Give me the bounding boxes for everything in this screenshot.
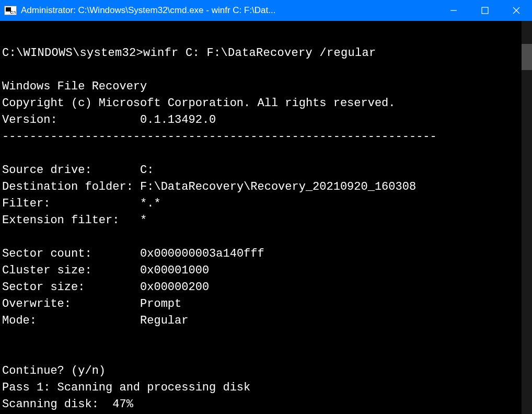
scrollbar-thumb[interactable] <box>522 44 532 70</box>
cluster-size-label: Cluster size: <box>2 264 92 277</box>
sector-count-label: Sector count: <box>2 247 92 260</box>
scan-percent: 47% <box>112 398 133 411</box>
minimize-icon <box>450 7 457 14</box>
sector-count-value: 0x000000003a140fff <box>140 247 264 260</box>
source-drive-label: Source drive: <box>2 164 92 177</box>
copyright-line: Copyright (c) Microsoft Corporation. All… <box>2 97 396 110</box>
app-name: Windows File Recovery <box>2 80 147 93</box>
window-titlebar: C:\ Administrator: C:\Windows\System32\c… <box>0 0 532 21</box>
maximize-button[interactable] <box>469 0 501 21</box>
dest-folder-value: F:\DataRecovery\Recovery_20210920_160308 <box>140 180 416 193</box>
cmd-app-icon: C:\ <box>4 6 17 15</box>
sector-size-value: 0x00000200 <box>140 281 209 294</box>
mode-label: Mode: <box>2 314 37 327</box>
sector-size-label: Sector size: <box>2 281 85 294</box>
minimize-button[interactable] <box>438 0 469 21</box>
close-icon <box>513 7 520 14</box>
window-title: Administrator: C:\Windows\System32\cmd.e… <box>21 5 275 16</box>
maximize-icon <box>481 7 489 14</box>
prompt-text: C:\WINDOWS\system32> <box>2 47 143 60</box>
mode-value: Regular <box>140 314 188 327</box>
svg-rect-1 <box>482 7 488 14</box>
pass-line: Pass 1: Scanning and processing disk <box>2 381 250 394</box>
version-label: Version: <box>2 113 57 126</box>
ext-filter-value: * <box>140 214 147 227</box>
ext-filter-label: Extension filter: <box>2 214 119 227</box>
continue-prompt: Continue? (y/n) <box>2 364 106 377</box>
divider-line: ----------------------------------------… <box>2 130 437 143</box>
command-text: winfr C: F:\DataRecovery /regular <box>143 47 376 60</box>
close-button[interactable] <box>501 0 532 21</box>
version-value: 0.1.13492.0 <box>140 113 216 126</box>
overwrite-label: Overwrite: <box>2 297 71 310</box>
filter-value: *.* <box>140 197 161 210</box>
console-area[interactable]: C:\WINDOWS\system32>winfr C: F:\DataReco… <box>0 21 532 414</box>
scrollbar-track[interactable] <box>522 21 532 414</box>
scan-label: Scanning disk: <box>2 398 99 411</box>
window-controls <box>438 0 532 21</box>
source-drive-value: C: <box>140 164 154 177</box>
overwrite-value: Prompt <box>140 297 181 310</box>
dest-folder-label: Destination folder: <box>2 180 133 193</box>
filter-label: Filter: <box>2 197 50 210</box>
cluster-size-value: 0x00001000 <box>140 264 209 277</box>
